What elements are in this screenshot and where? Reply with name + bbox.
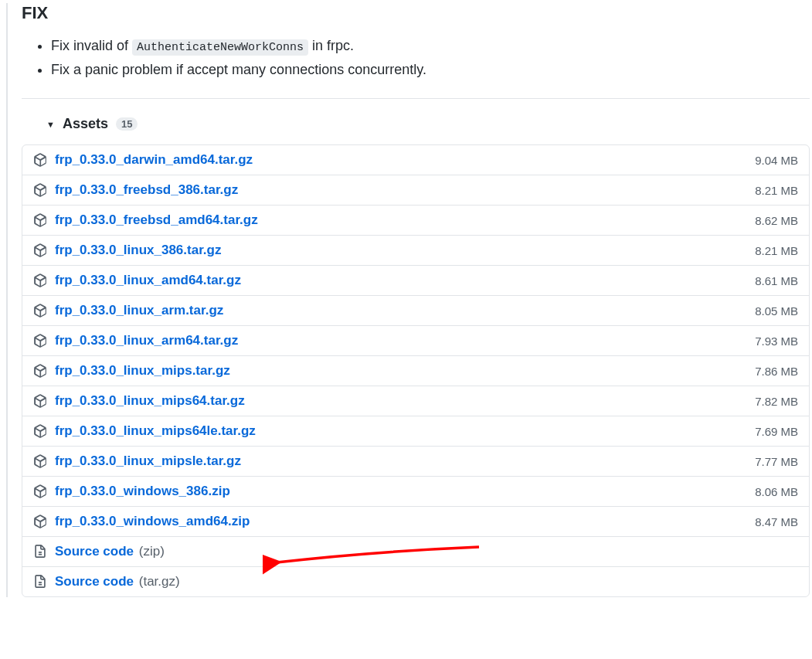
package-icon <box>33 334 47 348</box>
asset-row: Source code (tar.gz) <box>22 566 809 596</box>
fix-bullet-list: Fix invalid of AuthenticateNewWorkConns … <box>34 34 810 81</box>
asset-row: frp_0.33.0_freebsd_386.tar.gz8.21 MB <box>22 175 809 205</box>
package-icon <box>33 364 47 378</box>
asset-link[interactable]: frp_0.33.0_linux_arm64.tar.gz <box>55 333 238 348</box>
file-zip-icon <box>33 575 47 589</box>
asset-link[interactable]: frp_0.33.0_linux_mips64le.tar.gz <box>55 423 256 439</box>
asset-row: frp_0.33.0_linux_amd64.tar.gz8.61 MB <box>22 265 809 295</box>
asset-row: frp_0.33.0_linux_mipsle.tar.gz7.77 MB <box>22 446 809 476</box>
asset-link[interactable]: frp_0.33.0_darwin_amd64.tar.gz <box>55 152 253 168</box>
asset-size: 8.47 MB <box>755 515 798 528</box>
package-icon <box>33 515 47 528</box>
package-icon <box>33 424 47 438</box>
package-icon <box>33 243 47 257</box>
asset-size: 7.69 MB <box>755 425 798 438</box>
asset-link[interactable]: Source code (zip) <box>55 544 165 559</box>
asset-link[interactable]: frp_0.33.0_linux_mipsle.tar.gz <box>55 453 241 469</box>
package-icon <box>33 454 47 468</box>
asset-size: 8.06 MB <box>755 485 798 498</box>
package-icon <box>33 484 47 498</box>
asset-row: frp_0.33.0_linux_386.tar.gz8.21 MB <box>22 235 809 265</box>
asset-row: frp_0.33.0_windows_amd64.zip8.47 MB <box>22 506 809 536</box>
asset-size: 7.77 MB <box>755 455 798 468</box>
asset-row: frp_0.33.0_linux_mips64.tar.gz7.82 MB <box>22 386 809 416</box>
assets-label: Assets <box>63 116 108 132</box>
asset-row: frp_0.33.0_linux_arm64.tar.gz7.93 MB <box>22 325 809 355</box>
assets-count-badge: 15 <box>116 117 138 131</box>
assets-toggle[interactable]: ▼ Assets 15 <box>46 116 138 132</box>
asset-size: 8.21 MB <box>755 184 798 197</box>
package-icon <box>33 183 47 197</box>
asset-size: 7.86 MB <box>755 365 798 378</box>
asset-row: frp_0.33.0_linux_arm.tar.gz8.05 MB <box>22 295 809 325</box>
asset-link[interactable]: Source code (tar.gz) <box>55 574 180 589</box>
inline-code: AuthenticateNewWorkConns <box>132 39 308 56</box>
fix-heading: FIX <box>22 3 810 23</box>
package-icon <box>33 213 47 227</box>
asset-list: frp_0.33.0_darwin_amd64.tar.gz9.04 MBfrp… <box>22 144 810 597</box>
divider <box>22 98 810 99</box>
package-icon <box>33 273 47 287</box>
asset-link[interactable]: frp_0.33.0_linux_mips.tar.gz <box>55 363 230 379</box>
asset-link[interactable]: frp_0.33.0_windows_386.zip <box>55 484 230 499</box>
asset-row: frp_0.33.0_windows_386.zip8.06 MB <box>22 476 809 506</box>
asset-row: frp_0.33.0_freebsd_amd64.tar.gz8.62 MB <box>22 205 809 235</box>
asset-row: frp_0.33.0_darwin_amd64.tar.gz9.04 MB <box>22 145 809 175</box>
asset-size: 9.04 MB <box>755 154 798 167</box>
asset-size: 7.82 MB <box>755 395 798 408</box>
asset-extension: (tar.gz) <box>135 574 180 589</box>
asset-link[interactable]: frp_0.33.0_freebsd_386.tar.gz <box>55 182 238 198</box>
asset-link[interactable]: frp_0.33.0_linux_386.tar.gz <box>55 243 221 258</box>
asset-row: frp_0.33.0_linux_mips.tar.gz7.86 MB <box>22 355 809 386</box>
asset-link[interactable]: frp_0.33.0_linux_amd64.tar.gz <box>55 273 241 288</box>
asset-size: 8.61 MB <box>755 274 798 287</box>
asset-size: 8.21 MB <box>755 244 798 257</box>
asset-link[interactable]: frp_0.33.0_freebsd_amd64.tar.gz <box>55 212 258 228</box>
asset-link[interactable]: frp_0.33.0_linux_mips64.tar.gz <box>55 393 245 409</box>
asset-size: 8.05 MB <box>755 304 798 318</box>
asset-link[interactable]: frp_0.33.0_linux_arm.tar.gz <box>55 303 223 318</box>
asset-row: Source code (zip) <box>22 536 809 566</box>
package-icon <box>33 304 47 318</box>
asset-link[interactable]: frp_0.33.0_windows_amd64.zip <box>55 514 250 529</box>
package-icon <box>33 394 47 408</box>
asset-size: 8.62 MB <box>755 214 798 227</box>
asset-size: 7.93 MB <box>755 335 798 348</box>
file-zip-icon <box>33 545 47 559</box>
caret-down-icon: ▼ <box>46 120 55 129</box>
fix-bullet: Fix a panic problem if accept many conne… <box>51 58 810 82</box>
asset-extension: (zip) <box>135 544 165 559</box>
fix-bullet: Fix invalid of AuthenticateNewWorkConns … <box>51 34 810 58</box>
package-icon <box>33 153 47 167</box>
asset-row: frp_0.33.0_linux_mips64le.tar.gz7.69 MB <box>22 416 809 446</box>
